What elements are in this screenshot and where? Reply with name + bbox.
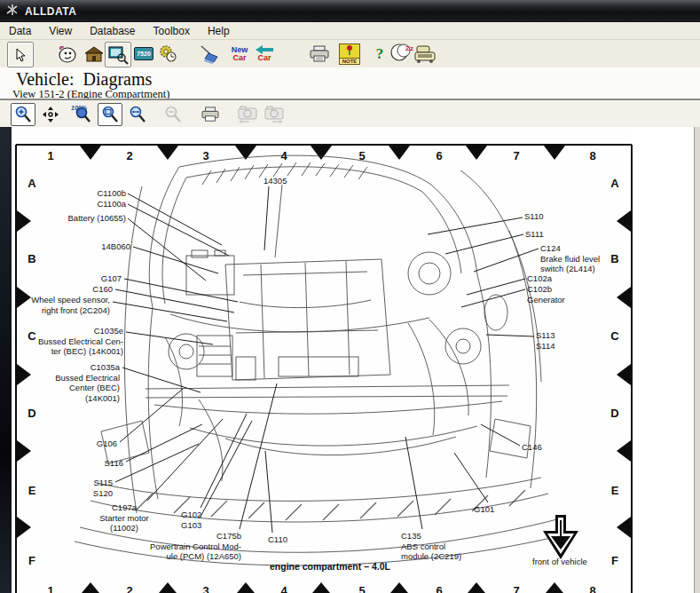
grid-col-8: 8 [584, 149, 602, 162]
window-right-edge [694, 127, 700, 593]
label-brake-fluid-switch: C124 Brake fluid level switch (2L414) [540, 243, 600, 274]
label-abs-module: C135 ABS control module (2C219) [401, 531, 461, 562]
label-c146: C146 [522, 442, 542, 453]
grid-row-d-left: D [23, 407, 41, 420]
grid-col-4: 4 [275, 149, 293, 162]
label-c110: C110 [268, 534, 287, 545]
print-icon[interactable] [307, 42, 332, 66]
zoom-100-button[interactable]: 100% [71, 104, 94, 125]
pan-button[interactable] [39, 104, 62, 125]
grid-row-a-right: A [606, 177, 624, 190]
new-car-icon[interactable]: NewCar [227, 42, 252, 66]
grid-col-2: 2 [121, 149, 138, 162]
label-wheel-speed-sensor: Wheel speed sensor, right front (2C204) [31, 295, 110, 315]
label-g107: G107 [101, 273, 122, 284]
sleep-moon-icon[interactable]: Zz [389, 42, 413, 66]
label-c160: C160 [92, 284, 113, 295]
diagram-viewer-button[interactable] [105, 42, 131, 67]
home-icon[interactable] [82, 42, 106, 66]
snapshot-next-button[interactable] [263, 104, 286, 125]
label-pcm: C175b Powertrain Control Mod- ule (PCM) … [150, 531, 241, 562]
label-g106: G106 [97, 439, 117, 449]
menu-data[interactable]: Data [0, 24, 40, 38]
grid-row-f-left: F [23, 554, 41, 567]
new-car-text-bottom: Car [232, 54, 246, 62]
mascot-face-icon[interactable] [55, 42, 80, 66]
car-front-icon[interactable] [413, 42, 438, 66]
pointer-button[interactable] [7, 42, 34, 67]
zoom-in-button[interactable] [11, 103, 35, 126]
grid-row-e-left: E [23, 484, 41, 497]
alldata-logo-icon [5, 4, 20, 20]
snapshot-prev-button[interactable] [236, 104, 259, 125]
zoom-100-label: 100% [71, 105, 87, 111]
menu-toolbox[interactable]: Toolbox [145, 24, 199, 38]
grid-row-e-right: E [606, 484, 624, 497]
window-title: ALLDATA [25, 5, 76, 18]
label-starter-motor: C197a Starter motor (11002) [92, 502, 156, 534]
label-bec-upper: C1035e Bussed Electrical Cen- ter (BEC) … [38, 326, 123, 357]
vehicle-header: Vehicle: Diagrams View 151-2 (Engine Com… [0, 67, 700, 99]
sleep-zz-text: Zz [405, 44, 413, 52]
menu-bar: Data View Database Toolbox Help [0, 22, 700, 40]
main-toolbar: 7520 NewCar Car [0, 40, 700, 68]
badge-7520-icon[interactable]: 7520 [131, 42, 156, 66]
label-s116: S116 [105, 458, 123, 469]
grid-top-triangles [80, 146, 565, 160]
engine-diagram[interactable]: 1 2 3 4 5 6 7 8 1 2 3 4 5 6 7 8 A B C D … [12, 133, 633, 593]
zoom-fit-button[interactable] [98, 103, 122, 126]
grid-col-8-bottom: 8 [584, 584, 602, 593]
grid-col-6-bottom: 6 [430, 584, 448, 593]
zoom-out-button[interactable] [161, 104, 185, 125]
return-car-text: Car [257, 54, 271, 62]
zoom-print-button[interactable] [199, 104, 222, 125]
label-battery-connectors: C1100b C1100a [97, 188, 126, 209]
grid-col-1-bottom: 1 [42, 584, 59, 593]
menu-help[interactable]: Help [199, 24, 239, 38]
note-text: NOTE [340, 58, 359, 64]
settings-clock-icon[interactable] [156, 42, 181, 66]
label-s113-s114: S113 S114 [536, 330, 554, 351]
label-s110: S110 [524, 211, 543, 222]
menu-view[interactable]: View [40, 24, 81, 38]
vehicle-title-value: Diagrams [83, 69, 153, 89]
grid-row-f-right: F [606, 554, 624, 567]
grid-col-5-bottom: 5 [353, 584, 371, 593]
label-g101: G101 [474, 504, 494, 515]
desktop-edge-strip [0, 127, 12, 593]
note-icon[interactable]: NOTE [337, 42, 362, 66]
grid-col-4-bottom: 4 [275, 584, 293, 593]
help-glyph: ? [376, 45, 384, 63]
title-bar[interactable]: ALLDATA [0, 0, 700, 22]
cleanup-brush-icon[interactable] [197, 42, 222, 66]
grid-row-b-left: B [23, 252, 41, 265]
label-s111: S111 [525, 229, 544, 240]
grid-row-c-right: C [606, 329, 624, 343]
grid-row-b-right: B [606, 252, 624, 265]
return-to-car-icon[interactable]: Car [252, 42, 277, 66]
zoom-width-button[interactable] [126, 104, 149, 125]
vehicle-title-label: Vehicle: [16, 69, 75, 89]
grid-col-7: 7 [507, 149, 525, 162]
label-g102-g103: G102 G103 [181, 510, 201, 530]
grid-col-1: 1 [42, 149, 59, 162]
label-14305: 14305 [263, 176, 287, 186]
label-battery: Battery (10655) [68, 213, 126, 224]
zoom-toolbar: 100% [0, 99, 700, 130]
grid-col-3: 3 [197, 149, 215, 162]
diagram-caption: engine compartment – 4.0L [270, 561, 390, 572]
label-front-of-vehicle: front of vehicle [532, 557, 587, 567]
grid-row-d-right: D [606, 407, 624, 420]
grid-col-2-bottom: 2 [121, 584, 138, 593]
label-generator: C102b Generator [527, 284, 565, 304]
menu-database[interactable]: Database [81, 24, 144, 38]
alldata-window: ALLDATA Data View Database Toolbox Help [0, 0, 700, 593]
grid-row-a-left: A [23, 177, 41, 190]
grid-col-5: 5 [353, 149, 371, 162]
label-c102a: C102a [527, 273, 552, 284]
label-14b060: 14B060 [101, 241, 130, 252]
badge-7520-text: 7520 [134, 47, 153, 60]
vehicle-title: Vehicle: Diagrams [16, 69, 152, 90]
grid-col-3-bottom: 3 [197, 584, 215, 593]
label-bec-lower: C1035a Bussed Electrical Center (BEC) (1… [55, 362, 120, 403]
